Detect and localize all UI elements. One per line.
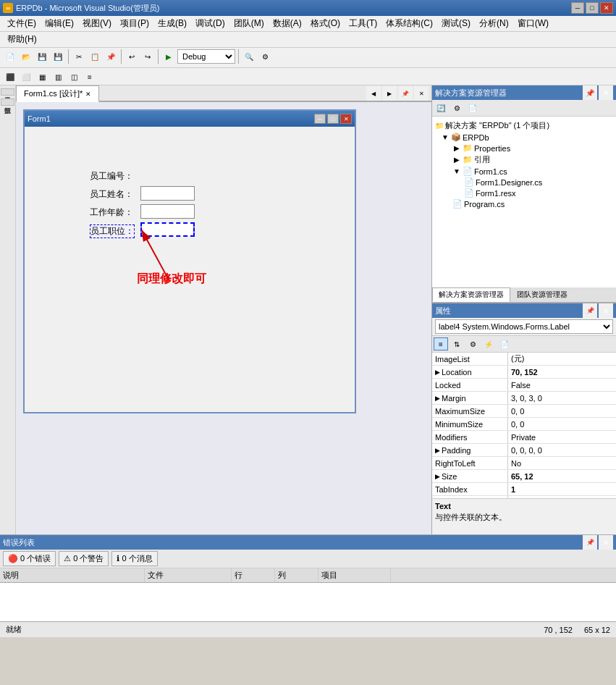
props-value-locked[interactable]: False (508, 379, 616, 391)
menu-window[interactable]: 窗口(W) (513, 16, 553, 31)
tree-solution-root[interactable]: 📁 解决方案 "ERPDb" (1 个项目) (435, 119, 613, 132)
menu-debug[interactable]: 调试(D) (191, 16, 229, 31)
props-row-tabindex[interactable]: TabIndex 1 (432, 483, 616, 496)
toolbar-cut[interactable]: ✂ (72, 49, 86, 64)
props-row-rtl[interactable]: RightToLeft No (432, 457, 616, 470)
menu-edit[interactable]: 编辑(E) (41, 16, 78, 31)
toolbar-copy[interactable]: 📋 (88, 49, 102, 64)
form-close-btn[interactable]: ✕ (340, 114, 352, 124)
menu-project[interactable]: 项目(P) (116, 16, 153, 31)
tree-form1cs[interactable]: ▼ 📄 Form1.cs (435, 166, 613, 177)
props-value-maxsize[interactable]: 0, 0 (508, 405, 616, 417)
toolbar2-btn6[interactable]: ≡ (83, 70, 97, 84)
tab-scroll-right[interactable]: ▶ (382, 86, 397, 101)
tree-properties[interactable]: ▶ 📁 Properties (435, 143, 613, 154)
props-value-padding[interactable]: 0, 0, 0, 0 (508, 444, 616, 456)
props-row-maxsize[interactable]: MaximumSize 0, 0 (432, 405, 616, 418)
menu-arch[interactable]: 体系结构(C) (381, 16, 437, 31)
props-row-location[interactable]: ▶ Location 70, 152 (432, 366, 616, 379)
solution-explorer-tree[interactable]: 📁 解决方案 "ERPDb" (1 个项目) ▼ 📦 ERPDb ▶ 📁 Pro… (432, 117, 616, 287)
props-value-size[interactable]: 65, 12 (508, 470, 616, 482)
tree-form1designer[interactable]: 📄 Form1.Designer.cs (435, 177, 613, 188)
design-canvas[interactable]: Form1 ─ □ ✕ 员工编号： 员工姓名： 工作年龄： 员工职位： (16, 102, 431, 534)
menu-format[interactable]: 格式(O) (306, 16, 345, 31)
error-pin-btn[interactable]: 📌 (583, 535, 597, 550)
props-alphabetical-btn[interactable]: ⇅ (450, 337, 464, 350)
form-minimize-btn[interactable]: ─ (314, 114, 326, 124)
design-textbox2[interactable] (140, 204, 195, 219)
sidebar-data[interactable]: 数据源 (1, 98, 14, 106)
props-row-locked[interactable]: Locked False (432, 379, 616, 392)
props-categorized-btn[interactable]: ≡ (434, 337, 448, 350)
menu-analyze[interactable]: 分析(N) (475, 16, 513, 31)
error-filter-warnings[interactable]: ⚠ 0 个警告 (59, 551, 109, 566)
props-row-padding[interactable]: ▶ Padding 0, 0, 0, 0 (432, 444, 616, 457)
sidebar-toolbox[interactable]: 工具箱 (1, 88, 14, 96)
error-close-btn[interactable]: ✕ (599, 535, 613, 550)
toolbar-misc1[interactable]: 🔍 (242, 49, 256, 64)
solution-pin-btn[interactable]: 📌 (583, 85, 597, 100)
error-filter-errors[interactable]: 🔴 0 个错误 (3, 551, 56, 566)
menu-build[interactable]: 生成(B) (153, 16, 191, 31)
toolbar-paste[interactable]: 📌 (104, 49, 118, 64)
solution-properties-btn[interactable]: ⚙ (450, 101, 464, 114)
close-button[interactable]: ✕ (600, 2, 613, 14)
toolbar-start[interactable]: ▶ (161, 49, 176, 64)
menu-tools[interactable]: 工具(T) (345, 16, 381, 31)
menu-view[interactable]: 视图(V) (78, 16, 116, 31)
solution-refresh-btn[interactable]: 🔄 (434, 101, 448, 114)
toolbar2-btn3[interactable]: ▦ (35, 70, 49, 84)
toolbar2-btn4[interactable]: ▥ (51, 70, 65, 84)
tab-close-btn[interactable]: ✕ (414, 86, 429, 101)
props-value-rtl[interactable]: No (508, 457, 616, 469)
tree-programcs[interactable]: 📄 Program.cs (435, 198, 613, 209)
props-close-btn[interactable]: ✕ (599, 303, 613, 318)
design-textbox1[interactable] (140, 186, 195, 201)
props-pages-btn[interactable]: 📄 (497, 337, 512, 350)
form-maximize-btn[interactable]: □ (327, 114, 339, 124)
toolbar2-btn5[interactable]: ◫ (67, 70, 81, 84)
menu-test[interactable]: 测试(S) (437, 16, 475, 31)
tree-form1resx[interactable]: 📄 Form1.resx (435, 188, 613, 198)
props-row-imagelist[interactable]: ImageList (元) (432, 353, 616, 366)
props-value-tabindex[interactable]: 1 (508, 483, 616, 495)
props-show-events-btn[interactable]: ⚡ (481, 337, 496, 350)
minimize-button[interactable]: ─ (571, 2, 584, 14)
design-label2[interactable]: 员工姓名： (90, 188, 133, 201)
error-list-header[interactable]: 错误列表 📌 ✕ (0, 535, 616, 550)
tab-team-explorer[interactable]: 团队资源管理器 (510, 287, 574, 302)
menu-file[interactable]: 文件(E) (3, 16, 41, 31)
solution-close-btn[interactable]: ✕ (599, 85, 613, 100)
props-value-modifiers[interactable]: Private (508, 431, 616, 443)
tree-erpdb[interactable]: ▼ 📦 ERPDb (435, 132, 613, 143)
menu-help[interactable]: 帮助(H) (3, 32, 41, 47)
form-body[interactable]: 员工编号： 员工姓名： 工作年龄： 员工职位： 同理修改即可 (25, 127, 355, 409)
props-row-modifiers[interactable]: Modifiers Private (432, 431, 616, 444)
props-value-imagelist[interactable]: (元) (508, 353, 616, 365)
tab-solution-explorer[interactable]: 解决方案资源管理器 (432, 287, 510, 302)
toolbar-misc2[interactable]: ⚙ (258, 49, 272, 64)
toolbar-undo[interactable]: ↩ (125, 49, 139, 64)
props-show-props-btn[interactable]: ⚙ (465, 337, 480, 350)
maximize-button[interactable]: □ (586, 2, 599, 14)
tab-pin[interactable]: 📌 (398, 86, 413, 101)
toolbar2-btn2[interactable]: ⬜ (19, 70, 33, 84)
design-label4[interactable]: 员工职位： (90, 224, 135, 238)
solution-show-files-btn[interactable]: 📄 (465, 101, 480, 114)
toolbar-save-all[interactable]: 💾 (51, 49, 65, 64)
tab-scroll-left[interactable]: ◀ (366, 86, 381, 101)
toolbar-redo[interactable]: ↪ (140, 49, 155, 64)
toolbar-save[interactable]: 💾 (35, 49, 49, 64)
tab-form1-design[interactable]: Form1.cs [设计]* ✕ (16, 85, 99, 102)
toolbar-new[interactable]: 📄 (3, 49, 17, 64)
properties-object-select[interactable]: label4 System.Windows.Forms.Label (435, 319, 613, 334)
props-pin-btn[interactable]: 📌 (583, 303, 597, 318)
toolbar2-btn1[interactable]: ⬛ (3, 70, 17, 84)
menu-data[interactable]: 数据(A) (269, 16, 306, 31)
menu-team[interactable]: 团队(M) (229, 16, 269, 31)
props-value-location[interactable]: 70, 152 (508, 366, 616, 378)
props-row-minsize[interactable]: MinimumSize 0, 0 (432, 418, 616, 431)
error-filter-messages[interactable]: ℹ 0 个消息 (111, 551, 157, 566)
design-label3[interactable]: 工作年龄： (90, 206, 133, 219)
tree-references[interactable]: ▶ 📁 引用 (435, 154, 613, 166)
